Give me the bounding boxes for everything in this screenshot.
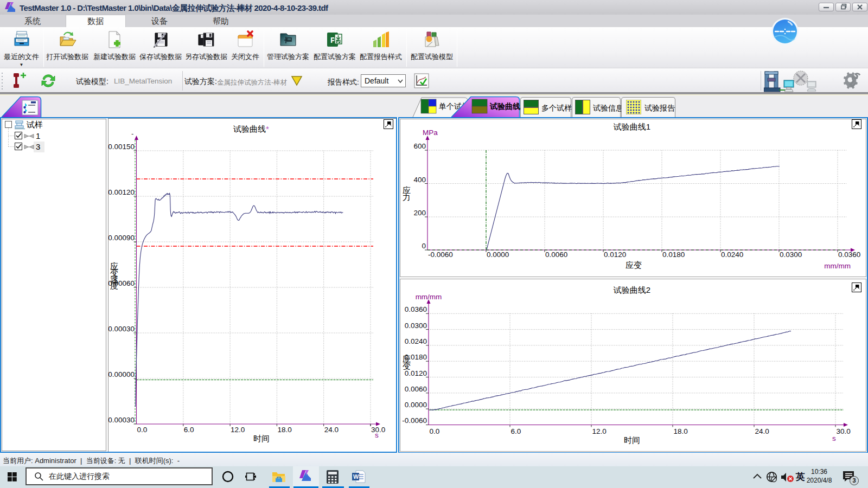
svg-text:试验曲线: 试验曲线 <box>489 102 520 111</box>
svg-text:0.00150: 0.00150 <box>108 143 135 151</box>
svg-text:0.0240: 0.0240 <box>721 251 743 259</box>
svg-text:0.00090: 0.00090 <box>108 234 135 242</box>
svg-text:0.0300: 0.0300 <box>780 251 802 259</box>
svg-text:-: - <box>131 130 133 138</box>
svg-text:-0.0060: -0.0060 <box>402 416 427 425</box>
svg-text:24.0: 24.0 <box>324 426 339 434</box>
svg-text:试验曲线2: 试验曲线2 <box>613 285 650 294</box>
svg-text:0.0240: 0.0240 <box>405 337 427 345</box>
svg-text:时间: 时间 <box>624 435 640 445</box>
svg-text:24.0: 24.0 <box>755 427 769 435</box>
svg-text:s: s <box>832 434 836 442</box>
svg-text:0.0120: 0.0120 <box>604 251 626 259</box>
svg-text:0.00000: 0.00000 <box>108 370 135 378</box>
svg-text:0.0000: 0.0000 <box>405 401 427 409</box>
svg-text:试验曲线1: 试验曲线1 <box>613 122 650 131</box>
svg-text:200: 200 <box>413 209 426 217</box>
svg-text:0.0360: 0.0360 <box>405 305 427 313</box>
svg-text:30.0: 30.0 <box>837 427 851 435</box>
svg-text:mm/mm: mm/mm <box>824 262 851 270</box>
svg-text:600: 600 <box>413 142 426 150</box>
svg-text:0.0300: 0.0300 <box>405 322 427 330</box>
svg-text:0.00120: 0.00120 <box>108 188 135 196</box>
svg-text:0.0360: 0.0360 <box>838 251 860 259</box>
svg-text:12.0: 12.0 <box>592 427 607 435</box>
svg-text:0.00030: 0.00030 <box>108 416 135 424</box>
svg-text:18.0: 18.0 <box>277 426 291 434</box>
svg-text:0.0060: 0.0060 <box>405 385 427 393</box>
svg-text:力: 力 <box>403 192 411 202</box>
svg-text:-0.0060: -0.0060 <box>428 251 453 259</box>
svg-text:400: 400 <box>413 176 426 184</box>
svg-text:时间: 时间 <box>253 434 270 443</box>
svg-text:度: 度 <box>110 281 118 290</box>
svg-text:应变: 应变 <box>626 260 642 269</box>
svg-text:18.0: 18.0 <box>674 427 688 435</box>
svg-text:s: s <box>375 431 379 439</box>
svg-text:mm/mm: mm/mm <box>416 293 442 301</box>
svg-text:0.0180: 0.0180 <box>662 251 685 259</box>
svg-text:0.0060: 0.0060 <box>545 251 567 259</box>
svg-text:6.0: 6.0 <box>511 427 521 435</box>
svg-text:变: 变 <box>403 361 411 370</box>
svg-text:0.0000: 0.0000 <box>487 251 509 259</box>
svg-text:0.00030: 0.00030 <box>108 325 135 333</box>
svg-text:12.0: 12.0 <box>231 426 245 434</box>
svg-text:6.0: 6.0 <box>184 426 194 434</box>
svg-text:MPa: MPa <box>423 129 438 137</box>
svg-text:0: 0 <box>422 242 426 250</box>
svg-text:W: W <box>353 473 359 480</box>
svg-text:0.0: 0.0 <box>430 427 440 435</box>
svg-text:0.0: 0.0 <box>137 426 148 434</box>
svg-text:试验曲线*: 试验曲线* <box>233 124 269 133</box>
